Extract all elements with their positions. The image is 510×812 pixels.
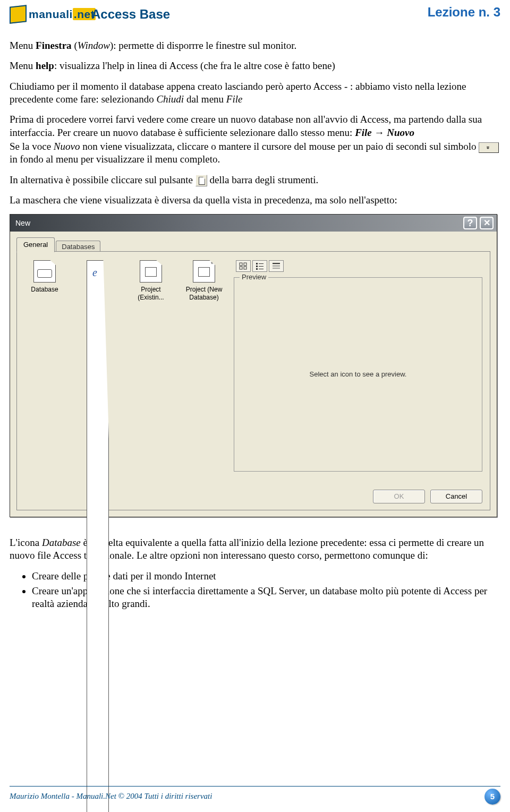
template-proj-new-label: Project (New Database) bbox=[184, 286, 224, 302]
page-number-badge: 5 bbox=[484, 789, 500, 805]
menu-expand-chevron-icon bbox=[479, 142, 499, 153]
view-list-button[interactable] bbox=[252, 260, 267, 272]
template-data-access-page[interactable]: Data Access Page bbox=[78, 260, 118, 812]
tab-general[interactable]: General bbox=[16, 237, 55, 252]
dialog-title: New bbox=[13, 219, 30, 228]
page-title: Access Base bbox=[91, 6, 170, 23]
dialog-close-button[interactable]: ✕ bbox=[480, 217, 494, 229]
project-existing-file-icon bbox=[140, 260, 162, 283]
svg-rect-1 bbox=[244, 263, 246, 266]
preview-legend: Preview bbox=[240, 273, 268, 282]
page-footer: Maurizio Montella - Manuali.Net © 2004 T… bbox=[10, 786, 500, 805]
page-header: manuali.net Access Base Lezione n. 3 bbox=[10, 4, 500, 24]
new-dialog-screenshot: New ? ✕ General Databases bbox=[10, 214, 500, 517]
ok-button[interactable]: OK bbox=[373, 490, 425, 503]
svg-rect-8 bbox=[256, 268, 258, 270]
dialog-tabs: General Databases bbox=[16, 237, 490, 252]
paragraph-file-nuovo: Prima di procedere vorrei farvi vedere c… bbox=[10, 113, 500, 139]
logo-brand-text: manuali bbox=[29, 8, 73, 20]
svg-rect-6 bbox=[256, 266, 258, 267]
paragraph-mask-intro: La maschera che viene visualizzata è div… bbox=[10, 194, 500, 207]
svg-rect-2 bbox=[240, 267, 242, 269]
template-project-existing[interactable]: Project (Existin... bbox=[131, 260, 171, 812]
svg-rect-12 bbox=[273, 267, 280, 267]
template-database-label: Database bbox=[24, 286, 65, 294]
template-project-new[interactable]: Project (New Database) bbox=[184, 260, 224, 812]
footer-copyright: Maurizio Montella - Manuali.Net © 2004 T… bbox=[10, 791, 212, 801]
view-large-icons-button[interactable] bbox=[236, 260, 251, 272]
dialog-titlebar: New ? ✕ bbox=[10, 215, 497, 232]
svg-rect-11 bbox=[273, 265, 280, 266]
paragraph-nuovo-chevron: Se la voce Nuovo non viene visualizzata,… bbox=[10, 140, 500, 166]
template-database[interactable]: Database bbox=[24, 260, 65, 812]
svg-rect-0 bbox=[240, 263, 242, 266]
project-new-file-icon bbox=[193, 260, 215, 283]
template-proj-existing-label: Project (Existin... bbox=[131, 286, 171, 302]
dialog-help-button[interactable]: ? bbox=[463, 217, 477, 229]
paragraph-menu-help: Menu help: visualizza l'help in linea di… bbox=[10, 59, 500, 72]
svg-rect-4 bbox=[256, 263, 258, 264]
svg-rect-3 bbox=[244, 267, 246, 269]
site-logo: manuali.net bbox=[10, 4, 84, 24]
paragraph-toolbar-button: In alternativa è possibile cliccare sul … bbox=[10, 174, 500, 187]
paragraph-menu-finestra: Menu Finestra (Window): permette di disp… bbox=[10, 39, 500, 52]
new-document-toolbar-icon bbox=[196, 175, 207, 186]
svg-rect-7 bbox=[259, 266, 264, 267]
logo-icon bbox=[10, 5, 27, 23]
data-access-page-file-icon bbox=[87, 260, 109, 812]
svg-rect-13 bbox=[273, 268, 280, 269]
lesson-number: Lezione n. 3 bbox=[428, 4, 500, 21]
preview-panel: Preview Select an icon to see a preview. bbox=[234, 277, 482, 472]
template-icon-area: Database Data Access Page Project (Exist… bbox=[24, 260, 224, 812]
database-file-icon bbox=[33, 260, 56, 283]
cancel-button[interactable]: Cancel bbox=[430, 490, 482, 503]
svg-rect-10 bbox=[273, 263, 280, 264]
preview-placeholder-text: Select an icon to see a preview. bbox=[310, 370, 407, 379]
svg-rect-5 bbox=[259, 263, 264, 264]
svg-rect-9 bbox=[259, 269, 264, 269]
view-mode-buttons bbox=[236, 260, 482, 272]
view-details-button[interactable] bbox=[269, 260, 284, 272]
paragraph-close-db: Chiudiamo per il momento il database app… bbox=[10, 80, 500, 106]
